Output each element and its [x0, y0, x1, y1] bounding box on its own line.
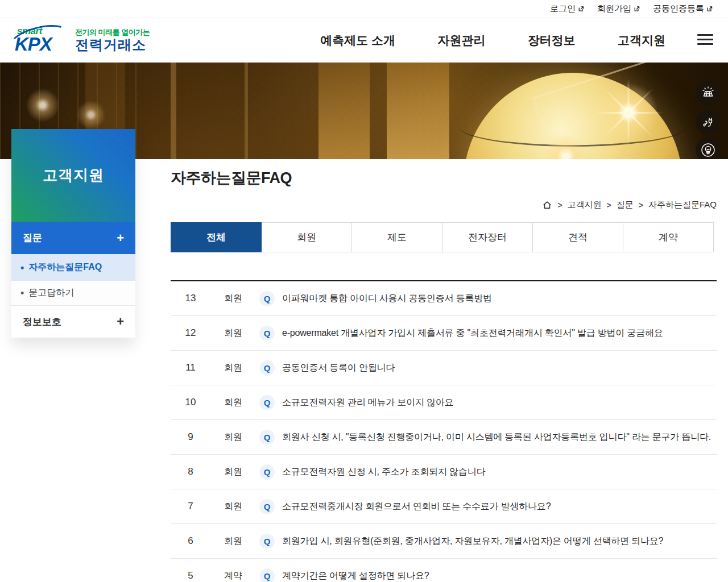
faq-number: 11	[171, 362, 210, 373]
tab-all[interactable]: 전체	[171, 222, 262, 252]
main-nav: 예측제도 소개 자원관리 장터정보 고객지원	[320, 32, 665, 48]
faq-row[interactable]: 8 회원 Q 소규모전력자원 신청 시, 주소가 조회되지 않습니다	[171, 455, 717, 489]
sidebar: 고객지원 질문 + • 자주하는질문FAQ • 묻고답하기 정보보호 +	[11, 129, 135, 338]
breadcrumb-separator: >	[557, 201, 562, 210]
tab-contract[interactable]: 계약	[623, 222, 714, 252]
kpx-logo-mark: smart KPX	[11, 24, 68, 56]
nav-item-market[interactable]: 장터정보	[528, 32, 576, 48]
sidebar-section-label: 질문	[23, 231, 42, 244]
sidebar-section-question[interactable]: 질문 +	[11, 222, 135, 254]
faq-category: 계약	[210, 570, 256, 582]
login-link[interactable]: 로그인	[550, 3, 585, 14]
breadcrumb-faq[interactable]: 자주하는질문FAQ	[648, 199, 717, 210]
faq-question: e-powermaket 개별사업자 가입시 제출서류 중 "최초전력거래개시 …	[282, 327, 717, 339]
faq-number: 8	[171, 466, 210, 477]
faq-question: 소규모전력자원 관리 메뉴가 보이지 않아요	[282, 397, 717, 409]
faq-question: 회원사 신청 시, "등록신청 진행중이거나, 이미 시스템에 등록된 사업자등…	[282, 431, 717, 443]
breadcrumb: > 고객지원 > 질문 > 자주하는질문FAQ	[171, 199, 717, 210]
login-label: 로그인	[550, 3, 576, 14]
sidebar-title: 고객지원	[43, 165, 104, 185]
faq-category: 회원	[210, 293, 256, 305]
nav-item-support[interactable]: 고객지원	[618, 32, 665, 48]
faq-number: 6	[171, 535, 210, 547]
breadcrumb-separator: >	[639, 201, 643, 210]
plus-icon: +	[117, 314, 124, 329]
breadcrumb-question[interactable]: 질문	[617, 199, 634, 210]
plus-icon: +	[117, 231, 124, 246]
solar-panel-icon[interactable]	[696, 81, 721, 106]
faq-row[interactable]: 9 회원 Q 회원사 신청 시, "등록신청 진행중이거나, 이미 시스템에 등…	[171, 420, 717, 455]
nav-item-forecast[interactable]: 예측제도 소개	[320, 32, 395, 48]
faq-category: 회원	[210, 327, 256, 339]
signup-label: 회원가입	[597, 3, 631, 14]
cert-register-label: 공동인증등록	[653, 3, 704, 14]
breadcrumb-support[interactable]: 고객지원	[568, 199, 602, 210]
tab-emarket[interactable]: 전자장터	[442, 222, 533, 252]
faq-category: 회원	[210, 431, 256, 443]
faq-row[interactable]: 10 회원 Q 소규모전력자원 관리 메뉴가 보이지 않아요	[171, 385, 717, 420]
sidebar-item-qna[interactable]: • 묻고답하기	[11, 281, 135, 305]
faq-number: 10	[171, 397, 210, 408]
question-icon: Q	[259, 395, 275, 410]
bullet-icon: •	[20, 263, 24, 273]
faq-number: 9	[171, 431, 210, 443]
faq-row[interactable]: 13 회원 Q 이파워마켓 통합 아이디 사용시 공동인증서 등록방법	[171, 281, 717, 316]
faq-row[interactable]: 11 회원 Q 공동인증서 등록이 안됩니다	[171, 351, 717, 385]
faq-row[interactable]: 5 계약 Q 계약기간은 어떻게 설정하면 되나요?	[171, 559, 717, 582]
nav-item-resources[interactable]: 자원관리	[437, 32, 485, 48]
page: 로그인 회원가입 공동인증등록 smart KPX 전기의 미래를 열어가는 전…	[0, 0, 728, 582]
hero-light-flare	[594, 78, 663, 147]
tab-member[interactable]: 회원	[261, 222, 352, 252]
faq-category: 회원	[210, 501, 256, 513]
lightbulb-icon[interactable]	[696, 138, 721, 159]
hamburger-menu-icon[interactable]	[697, 34, 713, 45]
header: smart KPX 전기의 미래를 열어가는 전력거래소 예측제도 소개 자원관…	[0, 18, 728, 63]
question-icon: Q	[259, 326, 275, 341]
logo-company-name: 전력거래소	[75, 37, 150, 53]
faq-row[interactable]: 7 회원 Q 소규모전력중개시장 회원으로서 연회비 또는 수수료가 발생하나요…	[171, 489, 717, 524]
utility-bar: 로그인 회원가입 공동인증등록	[0, 0, 728, 18]
faq-question: 이파워마켓 통합 아이디 사용시 공동인증서 등록방법	[282, 293, 717, 305]
external-link-icon	[706, 5, 713, 13]
faq-category: 회원	[210, 362, 256, 374]
faq-number: 7	[171, 501, 210, 512]
faq-number: 13	[171, 293, 210, 304]
cert-register-link[interactable]: 공동인증등록	[653, 3, 713, 14]
question-icon: Q	[259, 464, 275, 480]
question-icon: Q	[259, 430, 275, 445]
home-icon[interactable]	[542, 200, 552, 210]
faq-category: 회원	[210, 397, 256, 409]
faq-question: 회원가입 시, 회원유형(준회원, 중개사업자, 자원보유자, 개별사업자)은 …	[282, 535, 717, 547]
signup-link[interactable]: 회원가입	[597, 3, 640, 14]
faq-row[interactable]: 6 회원 Q 회원가입 시, 회원유형(준회원, 중개사업자, 자원보유자, 개…	[171, 524, 717, 559]
question-icon: Q	[259, 499, 275, 514]
faq-number: 5	[171, 570, 210, 581]
breadcrumb-separator: >	[607, 201, 611, 210]
faq-question: 소규모전력자원 신청 시, 주소가 조회되지 않습니다	[282, 466, 717, 478]
quick-link-buttons	[696, 81, 721, 159]
faq-question: 공동인증서 등록이 안됩니다	[282, 362, 717, 374]
page-title: 자주하는질문FAQ	[171, 168, 717, 188]
sidebar-item-label: 자주하는질문FAQ	[28, 261, 102, 273]
question-icon: Q	[259, 568, 275, 582]
faq-list: 13 회원 Q 이파워마켓 통합 아이디 사용시 공동인증서 등록방법 12 회…	[171, 280, 717, 582]
faq-category: 회원	[210, 535, 256, 547]
sidebar-section-label: 정보보호	[23, 315, 61, 329]
faq-row[interactable]: 12 회원 Q e-powermaket 개별사업자 가입시 제출서류 중 "최…	[171, 316, 717, 351]
category-tabs: 전체 회원 제도 전자장터 견적 계약	[171, 222, 717, 252]
external-link-icon	[633, 5, 640, 13]
kpx-logo[interactable]: smart KPX 전기의 미래를 열어가는 전력거래소	[0, 24, 150, 56]
wind-plug-icon[interactable]	[696, 109, 721, 134]
main-content: 자주하는질문FAQ > 고객지원 > 질문 > 자주하는질문FAQ 전체 회원 …	[171, 159, 717, 582]
faq-question: 소규모전력중개시장 회원으로서 연회비 또는 수수료가 발생하나요?	[282, 501, 717, 513]
tab-system[interactable]: 제도	[351, 222, 442, 252]
external-link-icon	[577, 5, 585, 13]
tab-quote[interactable]: 견적	[532, 222, 623, 252]
sidebar-section-privacy[interactable]: 정보보호 +	[11, 305, 135, 338]
logo-kpx-text: KPX	[15, 34, 52, 55]
faq-category: 회원	[210, 466, 256, 478]
logo-text: 전기의 미래를 열어가는 전력거래소	[75, 28, 150, 53]
faq-question: 계약기간은 어떻게 설정하면 되나요?	[282, 570, 717, 582]
logo-tagline: 전기의 미래를 열어가는	[75, 28, 150, 37]
sidebar-item-faq[interactable]: • 자주하는질문FAQ	[11, 254, 135, 281]
